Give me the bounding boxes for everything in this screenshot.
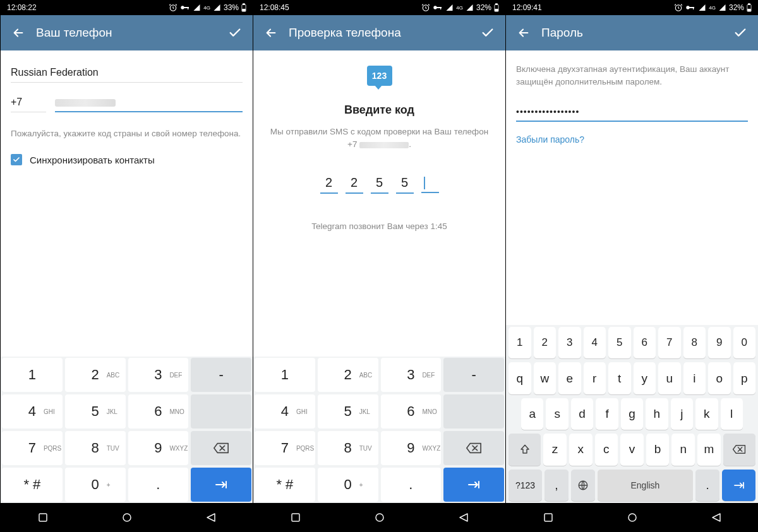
key-enter[interactable] [443,468,504,502]
nav-back-icon[interactable] [205,512,217,523]
nav-home-icon[interactable] [121,512,133,523]
nav-recent-icon[interactable] [290,512,301,523]
key-j[interactable]: j [671,398,693,430]
key-b[interactable]: b [646,434,670,465]
key-backspace[interactable] [191,431,251,465]
key-9[interactable]: 9WXYZ [381,431,442,465]
key-4[interactable]: 4GHI [255,394,315,429]
key-7[interactable]: 7 [658,327,681,358]
key-9[interactable]: 9WXYZ [128,431,189,465]
key-2[interactable]: 2ABC [318,358,378,392]
phone-number-input[interactable] [55,93,243,112]
forgot-password-link[interactable]: Забыли пароль? [516,134,748,145]
password-input[interactable]: ••••••••••••••••• [516,102,748,122]
key-u[interactable]: u [658,362,681,394]
key-comma[interactable]: , [544,470,568,501]
key-9[interactable]: 9 [708,327,731,358]
nav-recent-icon[interactable] [37,512,49,523]
key-4[interactable]: 4 [584,327,606,358]
key-8[interactable]: 8 [683,327,706,358]
key-[interactable]: . [381,468,442,502]
key-1[interactable]: 1 [2,358,63,392]
confirm-button[interactable] [475,26,500,40]
key-2[interactable]: 2ABC [65,358,126,392]
key-symbols[interactable]: ?123 [508,470,542,501]
code-digit-5[interactable] [421,175,439,193]
back-button[interactable] [511,26,536,40]
key-3[interactable]: 3DEF [128,358,189,392]
key-v[interactable]: v [620,434,644,465]
key-i[interactable]: i [683,362,706,394]
key-space[interactable] [443,394,504,429]
key-space[interactable] [191,394,251,429]
key-6[interactable]: 6MNO [381,394,442,429]
country-code-input[interactable]: +7 [11,92,46,112]
key-x[interactable]: x [569,434,593,465]
nav-home-icon[interactable] [627,512,638,523]
key-6[interactable]: 6MNO [128,394,189,429]
key-[interactable]: . [128,468,189,502]
key-3[interactable]: 3DEF [381,358,442,392]
sync-contacts-row[interactable]: Синхронизировать контакты [11,154,243,165]
code-inputs[interactable]: 2 2 5 5 [320,175,439,194]
key-z[interactable]: z [543,434,567,465]
key-s[interactable]: s [546,398,568,430]
key-o[interactable]: o [708,362,731,394]
back-button[interactable] [258,26,284,40]
key-5[interactable]: 5JKL [318,394,378,429]
nav-back-icon[interactable] [711,512,722,523]
key-q[interactable]: q [508,362,531,394]
key-language[interactable] [571,470,595,501]
key-2[interactable]: 2 [534,327,556,358]
key-5[interactable]: 5 [608,327,631,358]
key-e[interactable]: e [558,362,581,394]
key-7[interactable]: 7PQRS [255,431,315,465]
key-[interactable]: * # [2,468,63,502]
key-w[interactable]: w [534,362,556,394]
key-1[interactable]: 1 [255,358,315,392]
key-t[interactable]: t [608,362,631,394]
nav-recent-icon[interactable] [543,512,554,523]
country-select[interactable]: Russian Federation [11,62,243,83]
sync-checkbox[interactable] [11,154,22,165]
key-enter[interactable] [722,470,755,501]
key-a[interactable]: a [521,398,543,430]
key-c[interactable]: c [595,434,618,465]
key-p[interactable]: p [733,362,756,394]
nav-back-icon[interactable] [458,512,469,523]
back-button[interactable] [6,26,31,40]
key-backspace[interactable] [723,434,755,465]
key-5[interactable]: 5JKL [65,394,126,429]
code-digit-1[interactable]: 2 [320,175,338,194]
key-f[interactable]: f [596,398,618,430]
key-m[interactable]: m [697,434,721,465]
key-0[interactable]: 0 [733,327,756,358]
confirm-button[interactable] [728,26,753,40]
key-d[interactable]: d [571,398,593,430]
key-y[interactable]: y [634,362,656,394]
key-6[interactable]: 6 [634,327,656,358]
confirm-button[interactable] [222,26,248,40]
code-digit-2[interactable]: 2 [346,175,363,194]
key-[interactable]: * # [255,468,315,502]
key-dash[interactable]: - [191,358,251,392]
key-1[interactable]: 1 [508,327,531,358]
key-0[interactable]: 0+ [65,468,126,502]
key-l[interactable]: l [721,398,743,430]
key-dash[interactable]: - [443,358,504,392]
key-r[interactable]: r [584,362,606,394]
key-dot[interactable]: . [695,470,719,501]
key-k[interactable]: k [695,398,718,430]
key-g[interactable]: g [621,398,643,430]
key-n[interactable]: n [671,434,695,465]
code-digit-4[interactable]: 5 [396,175,414,194]
key-3[interactable]: 3 [558,327,581,358]
key-h[interactable]: h [646,398,668,430]
key-4[interactable]: 4GHI [2,394,63,429]
key-8[interactable]: 8TUV [65,431,126,465]
key-8[interactable]: 8TUV [318,431,378,465]
key-shift[interactable] [508,434,541,465]
key-space[interactable]: English [598,470,693,501]
nav-home-icon[interactable] [374,512,385,523]
key-enter[interactable] [191,468,251,502]
